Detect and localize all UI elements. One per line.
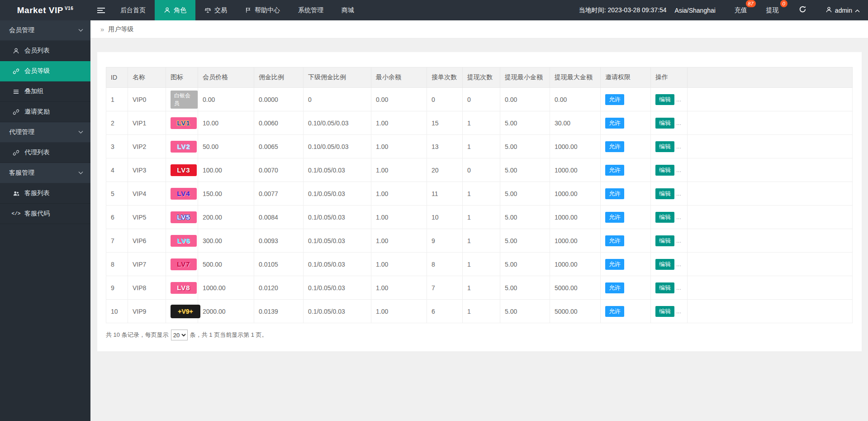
nav-item-label: 商城 (342, 6, 354, 14)
invite-permission-button[interactable]: 允许 (605, 165, 624, 176)
invite-permission-button[interactable]: 允许 (605, 306, 624, 317)
cell-withdraw_min: 5.00 (500, 158, 550, 182)
nav-item-trade[interactable]: 交易 (195, 0, 236, 20)
sidebar-toggle-button[interactable] (90, 0, 111, 20)
cell-blank (688, 135, 853, 158)
sidebar-item-label: 邀请奖励 (24, 108, 50, 116)
edit-button[interactable]: 编辑 (655, 282, 674, 293)
sidebar-item-service-list[interactable]: 客服列表 (0, 183, 90, 204)
top-navbar: Market VIP V16 后台首页角色交易帮助中心系统管理商城 当地时间: … (0, 0, 868, 20)
invite-permission-button[interactable]: 允许 (605, 94, 624, 105)
cell-orders: 0 (427, 88, 463, 111)
invite-permission-button[interactable]: 允许 (605, 259, 624, 270)
page-size-select[interactable]: 20 (171, 330, 188, 340)
level-badge-lv5: LV5 (171, 211, 197, 223)
cell-price: 100.00 (198, 158, 254, 182)
invite-permission-button[interactable]: 允许 (605, 118, 624, 129)
more-actions-ellipsis: ... (676, 167, 681, 173)
sidebar-item-label: 代理列表 (24, 148, 50, 157)
edit-button[interactable]: 编辑 (655, 94, 674, 105)
level-badge-lv6: LV6 (171, 235, 197, 247)
table-header: ID名称图标会员价格佣金比例下级佣金比例最小余额接单次数提现次数提现最小金额提现… (106, 67, 853, 88)
cell-withdraw_times: 1 (463, 111, 500, 135)
cell-id: 1 (106, 88, 128, 111)
nav-item-system[interactable]: 系统管理 (289, 0, 332, 20)
cell-id: 5 (106, 182, 128, 206)
more-actions-ellipsis: ... (676, 237, 681, 244)
cell-id: 7 (106, 229, 128, 253)
pagination-suffix: 条，共 1 页当前显示第 1 页。 (190, 331, 268, 339)
cell-withdraw_times: 1 (463, 135, 500, 158)
sidebar-group-member-management[interactable]: 会员管理 (0, 20, 90, 41)
recharge-link[interactable]: 充值 87 (735, 6, 747, 14)
cell-min_balance: 1.00 (371, 229, 427, 253)
cell-ops: 编辑... (651, 111, 688, 135)
invite-permission-button[interactable]: 允许 (605, 282, 624, 293)
sidebar-item-member-level[interactable]: 会员等级 (0, 61, 90, 81)
cell-commission: 0.0070 (254, 158, 304, 182)
sidebar-group-label: 会员管理 (9, 26, 34, 34)
nav-item-roles[interactable]: 角色 (155, 0, 195, 20)
edit-button[interactable]: 编辑 (655, 259, 674, 270)
cell-blank (688, 300, 853, 323)
pagination-prefix: 共 10 条记录，每页显示 (106, 331, 169, 339)
level-badge-lv2: LV2 (171, 141, 197, 153)
sidebar-item-agent-list[interactable]: 代理列表 (0, 143, 90, 163)
cell-min_balance: 0.00 (371, 88, 427, 111)
cell-ops: 编辑... (651, 88, 688, 111)
cell-sub_commission: 0.1/0.05/0.03 (304, 253, 371, 276)
cell-sub_commission: 0 (304, 88, 371, 111)
edit-button[interactable]: 编辑 (655, 118, 674, 129)
edit-button[interactable]: 编辑 (655, 165, 674, 176)
chevron-down-icon (78, 172, 83, 175)
cell-orders: 9 (427, 229, 463, 253)
sidebar-item-member-list[interactable]: 会员列表 (0, 41, 90, 61)
edit-button[interactable]: 编辑 (655, 188, 674, 199)
invite-permission-button[interactable]: 允许 (605, 141, 624, 152)
cell-id: 8 (106, 253, 128, 276)
column-header: 接单次数 (427, 67, 463, 88)
cell-badge: LV4 (166, 182, 198, 206)
column-header: 图标 (166, 67, 198, 88)
invite-permission-button[interactable]: 允许 (605, 235, 624, 246)
sidebar-item-service-code[interactable]: </>客服代码 (0, 204, 90, 224)
sidebar-item-stack-group[interactable]: 叠加组 (0, 81, 90, 102)
sidebar-group-agent-management[interactable]: 代理管理 (0, 122, 90, 143)
withdraw-link[interactable]: 提现 0 (766, 6, 779, 14)
link-icon (12, 149, 20, 156)
cell-withdraw_max: 0.00 (550, 88, 601, 111)
cell-blank (688, 158, 853, 182)
cell-name: VIP5 (128, 206, 166, 229)
sidebar-item-invite-reward[interactable]: 邀请奖励 (0, 102, 90, 122)
nav-item-label: 帮助中心 (255, 6, 280, 14)
sidebar-group-label: 代理管理 (9, 128, 34, 136)
edit-button[interactable]: 编辑 (655, 235, 674, 246)
invite-permission-button[interactable]: 允许 (605, 188, 624, 199)
link-icon (12, 109, 20, 115)
cell-ops: 编辑... (651, 182, 688, 206)
column-header: 提现最小金额 (500, 67, 550, 88)
cell-orders: 20 (427, 158, 463, 182)
chevron-down-icon (78, 131, 83, 134)
sidebar-group-service-management[interactable]: 客服管理 (0, 163, 90, 183)
nav-item-mall[interactable]: 商城 (332, 0, 363, 20)
cell-badge: +V9+ (166, 300, 198, 323)
users-icon (12, 190, 20, 197)
cell-invite: 允许 (601, 111, 651, 135)
edit-button[interactable]: 编辑 (655, 141, 674, 152)
user-name: admin (835, 7, 852, 14)
cell-sub_commission: 0.1/0.05/0.03 (304, 229, 371, 253)
edit-button[interactable]: 编辑 (655, 306, 674, 317)
edit-button[interactable]: 编辑 (655, 212, 674, 223)
cell-name: VIP2 (128, 135, 166, 158)
nav-item-help-center[interactable]: 帮助中心 (236, 0, 289, 20)
cell-ops: 编辑... (651, 300, 688, 323)
table-row: 2VIP1LV110.000.00600.10/0.05/0.031.00151… (106, 111, 853, 135)
list-icon (12, 88, 20, 95)
nav-item-dashboard[interactable]: 后台首页 (111, 0, 155, 20)
more-actions-ellipsis: ... (676, 261, 681, 268)
more-actions-ellipsis: ... (676, 143, 681, 150)
refresh-button[interactable] (799, 5, 806, 15)
user-menu[interactable]: admin (825, 6, 860, 14)
invite-permission-button[interactable]: 允许 (605, 212, 624, 223)
